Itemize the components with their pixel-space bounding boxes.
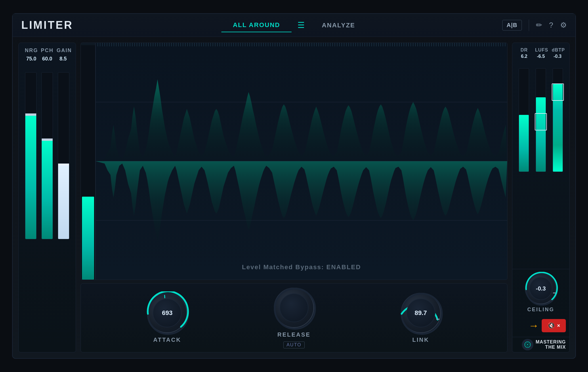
header-center: ALL AROUND ☰ ANALYZE bbox=[221, 18, 366, 32]
input-meter-fill bbox=[82, 197, 94, 280]
ab-button[interactable]: A|B bbox=[502, 20, 522, 31]
waveform-top-bar bbox=[96, 43, 507, 46]
link-value: 89.7 bbox=[415, 309, 427, 317]
mute-button[interactable]: 🔇 × bbox=[542, 319, 566, 332]
bypass-text: Level Matched Bypass: ENABLED bbox=[242, 263, 361, 271]
gain-label: GAIN bbox=[57, 48, 70, 54]
mute-icon: 🔇 bbox=[547, 322, 555, 329]
logo-area: MASTERING THE MIX bbox=[512, 337, 569, 352]
dr-label: DR bbox=[518, 48, 530, 53]
ceiling-knob[interactable]: -0.3 bbox=[525, 273, 557, 304]
dbtp-bracket bbox=[552, 83, 564, 101]
settings-button[interactable]: ⚙ bbox=[560, 21, 567, 30]
lufs-value: -6.5 bbox=[535, 54, 547, 59]
nrg-handle[interactable] bbox=[25, 113, 37, 116]
lufs-bracket bbox=[535, 113, 547, 130]
app-title: LIMITER bbox=[21, 19, 73, 31]
nrg-value: 75.0 bbox=[25, 56, 38, 62]
right-meter-values: 6.2 -6.5 -0.3 bbox=[516, 54, 566, 59]
attack-group: 693 ATTACK bbox=[147, 293, 187, 343]
nrg-meter[interactable] bbox=[25, 72, 37, 239]
preset-right-btn[interactable]: ANALYZE bbox=[310, 19, 367, 32]
dr-fill bbox=[519, 115, 529, 172]
release-knob-inner bbox=[280, 293, 308, 322]
logo-icon bbox=[522, 339, 533, 350]
waveform-svg bbox=[96, 43, 507, 280]
pch-fill bbox=[42, 139, 53, 239]
lufs-meter[interactable] bbox=[536, 68, 546, 172]
ceiling-pointer bbox=[553, 293, 556, 293]
help-button[interactable]: ? bbox=[549, 21, 553, 30]
arrow-indicator: → bbox=[528, 320, 539, 332]
dr-value: 6.2 bbox=[518, 54, 530, 59]
preset-left-btn[interactable]: ALL AROUND bbox=[221, 18, 291, 32]
ceiling-area: -0.3 CEILING bbox=[512, 269, 569, 316]
input-meter bbox=[81, 43, 96, 280]
attack-knob[interactable]: 693 bbox=[147, 293, 187, 333]
link-pointer bbox=[436, 319, 440, 320]
gain-value: 8.5 bbox=[57, 56, 70, 62]
ceiling-value: -0.3 bbox=[536, 285, 546, 292]
right-panel: DR LUFS dBTP 6.2 -6.5 -0.3 bbox=[512, 43, 570, 352]
plugin-container: LIMITER ALL AROUND ☰ ANALYZE A|B ✏ ? ⚙ N… bbox=[12, 13, 576, 359]
gain-meter[interactable] bbox=[58, 72, 69, 239]
input-meter-top-bar bbox=[81, 43, 95, 45]
logo-line2: THE MIX bbox=[536, 345, 566, 350]
link-label: LINK bbox=[412, 337, 429, 343]
dbtp-meter[interactable] bbox=[553, 68, 563, 172]
nrg-fill bbox=[25, 114, 36, 239]
right-meters-container bbox=[516, 62, 566, 172]
pch-value: 60.0 bbox=[41, 56, 54, 62]
link-group: 89.7 LINK bbox=[401, 293, 441, 343]
right-meter-labels: DR LUFS dBTP bbox=[516, 48, 566, 53]
pch-meter[interactable] bbox=[41, 72, 53, 239]
release-knob[interactable] bbox=[274, 288, 314, 328]
ceiling-knob-inner: -0.3 bbox=[529, 277, 552, 300]
release-label: RELEASE bbox=[277, 331, 310, 338]
controls-row: 693 ATTACK RELEASE bbox=[81, 283, 507, 352]
svg-point-9 bbox=[527, 344, 528, 345]
meter-labels: NRG PCH GAIN bbox=[23, 48, 71, 54]
mute-x: × bbox=[557, 323, 560, 329]
ceiling-label: CEILING bbox=[527, 307, 554, 313]
meter-values: 75.0 60.0 8.5 bbox=[23, 56, 71, 62]
link-knob-inner: 89.7 bbox=[406, 299, 435, 327]
paint-button[interactable]: ✏ bbox=[536, 21, 542, 30]
nrg-label: NRG bbox=[25, 48, 38, 54]
gain-handle[interactable] bbox=[58, 164, 69, 166]
header-divider bbox=[529, 20, 529, 31]
release-group: RELEASE AUTO bbox=[274, 288, 314, 348]
main-content: NRG PCH GAIN 75.0 60.0 8.5 bbox=[13, 37, 575, 358]
logo-svg bbox=[524, 341, 531, 348]
logo-text: MASTERING THE MIX bbox=[536, 339, 566, 350]
attack-knob-inner: 693 bbox=[153, 299, 182, 327]
hamburger-icon[interactable]: ☰ bbox=[297, 20, 305, 30]
dr-meter[interactable] bbox=[519, 68, 529, 172]
gain-fill bbox=[58, 164, 69, 239]
dbtp-label: dBTP bbox=[552, 48, 563, 53]
mute-btn-area: → 🔇 × bbox=[512, 316, 569, 337]
meters-container bbox=[23, 67, 71, 239]
link-knob[interactable]: 89.7 bbox=[401, 293, 441, 333]
dbtp-value: -0.3 bbox=[552, 54, 563, 59]
header: LIMITER ALL AROUND ☰ ANALYZE A|B ✏ ? ⚙ bbox=[13, 14, 575, 37]
left-panel: NRG PCH GAIN 75.0 60.0 8.5 bbox=[18, 43, 76, 352]
center-panel: Level Matched Bypass: ENABLED 6 bbox=[81, 43, 507, 352]
logo-line1: MASTERING bbox=[536, 339, 566, 345]
lufs-fill bbox=[536, 97, 546, 172]
waveform-area: Level Matched Bypass: ENABLED bbox=[96, 43, 507, 280]
pch-handle[interactable] bbox=[41, 138, 53, 141]
attack-value: 693 bbox=[162, 309, 173, 317]
right-top: DR LUFS dBTP 6.2 -6.5 -0.3 bbox=[512, 43, 569, 269]
pch-label: PCH bbox=[41, 48, 54, 54]
lufs-label: LUFS bbox=[535, 48, 547, 53]
header-right: A|B ✏ ? ⚙ bbox=[502, 20, 567, 31]
attack-label: ATTACK bbox=[153, 337, 181, 343]
release-sublabel: AUTO bbox=[283, 341, 305, 348]
